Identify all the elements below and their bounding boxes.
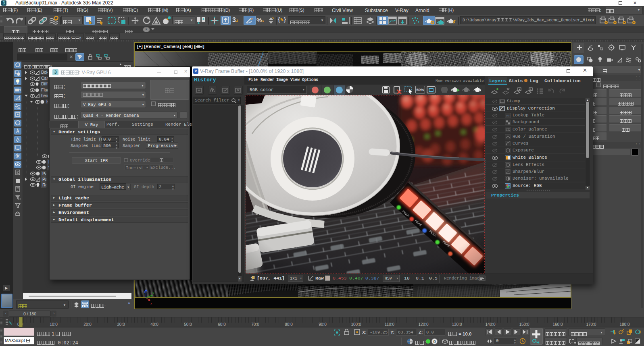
svg-text:LUT: LUT — [506, 114, 511, 117]
svg-text:y: y — [152, 291, 154, 294]
svg-text:2: 2 — [251, 17, 253, 21]
svg-text:x: x — [150, 302, 152, 305]
svg-text:z: z — [144, 290, 146, 294]
